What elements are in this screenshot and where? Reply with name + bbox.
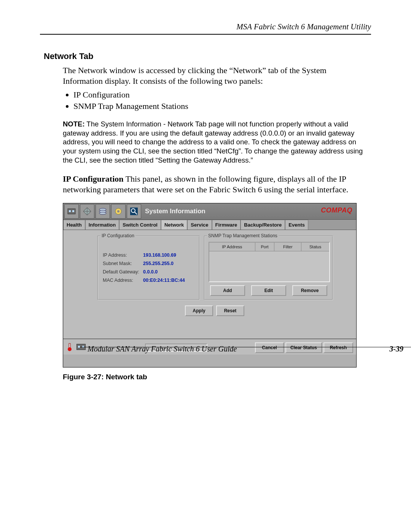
- svg-point-10: [117, 210, 119, 212]
- toolbar: System Information COMPAQ: [63, 203, 356, 220]
- gateway-value: 0.0.0.0: [143, 269, 158, 275]
- col-status[interactable]: Status: [301, 243, 329, 251]
- note-label: NOTE:: [63, 120, 85, 128]
- mac-row: MAC Address: 00:E0:24:11:BC:44: [103, 278, 133, 283]
- thermometer-icon: [67, 343, 72, 353]
- mac-value: 00:E0:24:11:BC:44: [143, 278, 185, 283]
- footer-left: Modular SAN Array Fabric Switch 6 User G…: [88, 345, 237, 353]
- toolbar-button-chip[interactable]: [64, 204, 79, 219]
- tab-switch-control[interactable]: Switch Control: [119, 220, 161, 230]
- figure-screenshot: System Information COMPAQ Health Informa…: [63, 203, 371, 367]
- brand-logo: COMPAQ: [321, 206, 352, 214]
- ip-configuration-panel: IP Configuration IP Address: 193.168.100…: [97, 236, 200, 300]
- note-body: The System Information - Network Tab pag…: [63, 120, 363, 164]
- tab-health[interactable]: Health: [63, 220, 85, 230]
- subnet-label: Subnet Mask:: [103, 261, 132, 266]
- clear-status-button[interactable]: Clear Status: [285, 342, 322, 353]
- ip-config-legend: IP Configuration: [100, 233, 135, 238]
- running-head: MSA Fabric Switch 6 Management Utility: [40, 22, 371, 32]
- intro-paragraph: The Network window is accessed by clicki…: [63, 65, 363, 86]
- col-port[interactable]: Port: [255, 243, 275, 251]
- reset-button[interactable]: Reset: [216, 305, 244, 316]
- add-button[interactable]: Add: [210, 285, 245, 296]
- subnet-value: 255.255.255.0: [143, 261, 174, 266]
- tab-network[interactable]: Network: [161, 220, 187, 230]
- footer-right: 3-39: [389, 345, 403, 353]
- refresh-button[interactable]: Refresh: [323, 342, 353, 353]
- col-filter[interactable]: Filter: [274, 243, 301, 251]
- remove-button[interactable]: Remove: [292, 285, 327, 296]
- snmp-header-row: IP Address Port Filter Status: [209, 243, 329, 251]
- svg-rect-2: [72, 210, 74, 212]
- tab-information[interactable]: Information: [85, 220, 119, 230]
- subnet-row: Subnet Mask: 255.255.255.0: [103, 261, 132, 266]
- apply-button[interactable]: Apply: [185, 305, 213, 316]
- toolbar-button-fabric[interactable]: [80, 204, 94, 219]
- cancel-button[interactable]: Cancel: [255, 342, 284, 353]
- svg-rect-1: [69, 210, 71, 212]
- section-title: Network Tab: [44, 51, 371, 61]
- app-window: System Information COMPAQ Health Informa…: [63, 203, 357, 367]
- ip-row: IP Address: 193.168.100.69: [103, 252, 127, 258]
- ipconf-lead: IP Configuration: [63, 174, 124, 184]
- toolbar-button-gear[interactable]: [111, 204, 126, 219]
- list-item: SNMP Trap Management Stations: [73, 101, 371, 111]
- ipconf-paragraph: IP Configuration This panel, as shown in…: [63, 174, 363, 195]
- note-paragraph: NOTE: The System Information - Network T…: [63, 120, 363, 165]
- edit-button[interactable]: Edit: [251, 285, 286, 296]
- ip-label: IP Address:: [103, 252, 127, 258]
- window-title: System Information: [145, 208, 206, 215]
- toolbar-button-search[interactable]: [127, 204, 141, 219]
- list-item: IP Configuration: [73, 90, 371, 100]
- snmp-panel: SNMP Trap Management Stations IP Address…: [204, 236, 333, 300]
- svg-point-8: [99, 212, 106, 214]
- tab-content: IP Configuration IP Address: 193.168.100…: [63, 230, 356, 339]
- mac-label: MAC Address:: [103, 278, 133, 283]
- snmp-legend: SNMP Trap Management Stations: [207, 233, 279, 238]
- snmp-table[interactable]: IP Address Port Filter Status: [209, 242, 330, 282]
- col-ip[interactable]: IP Address: [209, 243, 255, 251]
- svg-point-15: [68, 347, 72, 351]
- tab-events[interactable]: Events: [285, 220, 308, 230]
- toolbar-button-stack[interactable]: [96, 204, 110, 219]
- tab-service[interactable]: Service: [187, 220, 212, 230]
- ip-value: 193.168.100.69: [143, 252, 176, 258]
- tab-firmware[interactable]: Firmware: [212, 220, 241, 230]
- tab-bar: Health Information Switch Control Networ…: [63, 220, 356, 230]
- gateway-label: Default Gateway:: [103, 269, 139, 275]
- bullet-list: IP Configuration SNMP Trap Management St…: [63, 90, 371, 111]
- tab-backup-restore[interactable]: Backup/Restore: [241, 220, 285, 230]
- figure-caption: Figure 3-27: Network tab: [63, 373, 371, 381]
- gateway-row: Default Gateway: 0.0.0.0: [103, 269, 139, 275]
- rule-top: [40, 34, 371, 35]
